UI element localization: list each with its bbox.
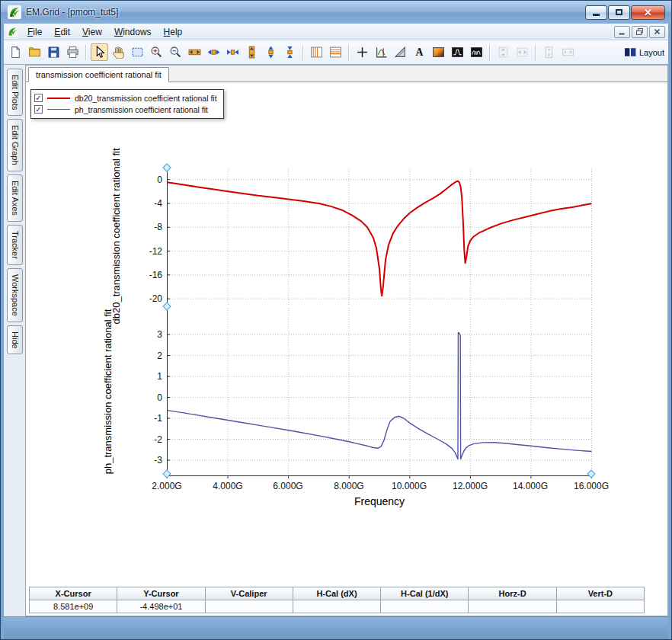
mdi-close-button[interactable] [649,26,665,38]
legend-item: ✓ph_transmission coefficient rational fi… [34,104,217,115]
rows-icon[interactable] [327,43,344,61]
pan-hand-icon[interactable] [110,43,127,61]
x-tick-label: 16.000G [567,481,616,491]
cursor-col-h-cal-1-dx-: H-Cal (1/dX) [381,587,469,600]
span-x-icon [514,43,531,61]
db20-chart[interactable] [167,168,592,305]
open-file-icon[interactable] [26,43,43,61]
sidebar-tab-hide[interactable]: Hide [7,325,23,355]
print-icon[interactable] [64,43,82,61]
ph-chart[interactable] [167,306,592,477]
toolbar-separator [348,45,350,60]
sidebar-tab-workspace[interactable]: Workspace [7,268,23,322]
sidebar-tab-edit-axes[interactable]: Edit Axes [7,174,23,222]
x-axis-label: Frequency [167,495,592,507]
mdi-restore-button[interactable] [632,26,648,38]
link-y-icon [540,43,558,61]
pulse-waveform-icon[interactable] [449,43,466,61]
sidebar-tab-edit-graph[interactable]: Edit Graph [7,119,23,171]
window-bottom-frame [4,616,668,639]
cursor-col-vert-d: Vert-D [557,587,645,600]
columns-icon[interactable] [308,43,325,61]
legend-label: ph_transmission coefficient rational fit [75,105,208,114]
y-tick-label: -1 [136,413,162,424]
legend: ✓db20_transmission coefficient rational … [30,89,224,119]
checkbox-checked-icon[interactable]: ✓ [34,94,43,102]
menu-edit[interactable]: Edit [48,25,76,39]
cursor-value-cell [206,600,293,613]
close-button[interactable]: ✕ [631,5,665,20]
expand-x-icon[interactable] [205,43,222,61]
zoom-out-icon[interactable] [167,43,184,61]
legend-label: db20_transmission coefficient rational f… [75,94,217,103]
save-icon[interactable] [45,43,62,61]
shrink-x-icon[interactable] [224,43,242,61]
cursor-col-v-caliper: V-Caliper [206,587,293,600]
tracker-icon[interactable] [373,43,390,61]
toolbar: ALayout [4,40,668,65]
y-tick-label: -2 [136,434,162,445]
sidebar-tab-edit-plots[interactable]: Edit Plots [7,69,23,116]
fit-x-icon[interactable] [186,43,203,61]
legend-line-sample [47,109,70,110]
cursor-value-cell [557,600,645,613]
y-tick-label: -3 [136,455,162,466]
x-tick-label: 6.000G [264,481,312,491]
zoom-in-icon[interactable] [148,43,165,61]
minimize-button[interactable] [585,5,607,20]
series-line [168,332,592,459]
document-icon[interactable] [7,26,18,37]
app-window: EM.Grid - [pmom_tut5] ✕ FileEditViewWind… [0,0,672,640]
svg-text:A: A [416,46,424,58]
tab-transmission-coefficient[interactable]: transmission coefficient rational fit [28,67,169,82]
x-tick-label: 8.000G [325,481,373,491]
gradient-plot-icon[interactable] [430,43,447,61]
cursor-col-h-cal-dx-: H-Cal (dX) [293,587,381,600]
y-tick-label: -20 [136,293,162,304]
multi-waveform-icon[interactable] [468,43,485,61]
plot-area: transmission coefficient rational fit ✓d… [25,65,668,616]
cursor-col-horz-d: Horz-D [469,587,556,600]
caliper-icon[interactable] [392,43,409,61]
y-axis-label-ph: ph_transmission coefficient rational fit [102,309,114,475]
mdi-close-icon [652,27,662,37]
new-file-icon[interactable] [7,43,24,61]
expand-y-icon[interactable] [262,43,280,61]
fit-y-icon[interactable] [243,43,261,61]
select-pointer-icon[interactable] [91,43,108,61]
app-logo-icon[interactable] [8,5,21,19]
cursor-table-value-row: 8.581e+09-4.498e+01 [30,600,645,613]
x-tick-label: 12.000G [446,481,494,491]
cursor-value-cell [293,600,381,613]
sidebar-tab-tracker[interactable]: Tracker [7,225,23,265]
menu-view[interactable]: View [76,25,108,39]
mdi-minimize-icon [617,27,627,37]
series-line [168,181,592,296]
maximize-icon [616,9,622,15]
y-tick-label: -16 [136,270,162,280]
zoom-window-icon[interactable] [129,43,146,61]
x-tick-label: 2.000G [142,481,191,491]
menu-file[interactable]: File [21,25,48,39]
layout-button[interactable]: Layout [623,43,665,61]
maximize-button[interactable] [608,5,630,20]
y-tick-label: 3 [136,329,162,340]
link-x-icon [559,43,577,61]
cursor-value-cell [381,600,469,613]
menu-bar: FileEditViewWindowsHelp [4,24,668,40]
mdi-restore-icon [635,27,645,37]
legend-line-sample [47,98,70,99]
cursor-value-cell: -4.498e+01 [117,600,205,613]
y-tick-label: 0 [136,392,162,403]
toolbar-separator [302,45,304,60]
cursor-col-y-cursor: Y-Cursor [117,587,205,600]
legend-item: ✓db20_transmission coefficient rational … [34,92,217,104]
text-label-icon[interactable]: A [411,43,428,61]
shrink-y-icon[interactable] [281,43,299,61]
menu-help[interactable]: Help [158,25,189,39]
toolbar-separator [85,45,87,60]
menu-windows[interactable]: Windows [108,25,158,39]
mdi-minimize-button[interactable] [614,26,630,38]
checkbox-checked-icon[interactable]: ✓ [34,105,43,114]
crosshair-icon[interactable] [354,43,371,61]
